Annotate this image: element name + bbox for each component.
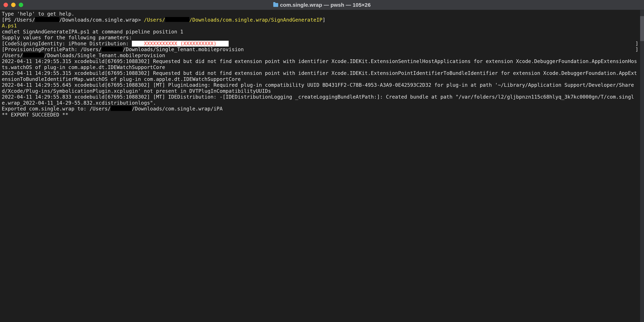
log-line: 2022-04-11 14:29:55.645 xcodebuild[67695… xyxy=(2,82,638,94)
command-text: /Downloads/com.single.wrap/SignAndGenera… xyxy=(189,17,322,23)
help-line: Type 'help' to get help. xyxy=(2,11,638,17)
command-text: /Users/ xyxy=(144,17,165,23)
bracket-open: [ xyxy=(2,41,5,46)
terminal-body: Type 'help' to get help.[PS /Users//Down… xyxy=(0,10,644,322)
ppp-tail: /Downloads/Single_Tenant.mobileprovision xyxy=(123,46,244,52)
bracket-open: [ xyxy=(2,17,5,23)
log-line: 2022-04-11 14:29:55.833 xcodebuild[67695… xyxy=(2,94,638,106)
codesigning-line: [CodeSigningIdentity: iPhone Distributio… xyxy=(2,41,638,47)
scrollbar-track-bottom[interactable] xyxy=(640,41,644,322)
terminal-output[interactable]: Type 'help' to get help.[PS /Users//Down… xyxy=(0,10,640,322)
redacted-username xyxy=(102,46,123,52)
echo-line: /Users//Downloads/Single_Tenant.mobilepr… xyxy=(2,52,638,58)
export-line: Exported com.single.wrap to: /Users//Dow… xyxy=(2,106,638,112)
terminal-window: com.single.wrap — pwsh — 105×26 Type 'he… xyxy=(0,0,644,322)
scrollbar-track-top[interactable] xyxy=(640,10,644,16)
redacted-username xyxy=(165,17,189,22)
redacted-signing-identity: XXXXXXXXXXX (XXXXXXXXXX) xyxy=(132,41,229,47)
title-center: com.single.wrap — pwsh — 105×26 xyxy=(0,2,644,8)
bracket-close: ] xyxy=(635,41,638,47)
export-tail: /Downloads/com.single.wrap/iPA xyxy=(132,106,223,112)
csi-label: CodeSigningIdentity: iPhone Distribution… xyxy=(5,41,132,46)
bracket-close: ] xyxy=(322,17,326,23)
prompt-path: /Downloads/com.single.wrap> xyxy=(59,17,144,23)
redacted-username xyxy=(23,52,44,58)
bracket-close: ] xyxy=(635,46,638,52)
output-line: cmdlet SignAndGenerateIPA.ps1 at command… xyxy=(2,29,638,35)
prompt-ps: PS /Users/ xyxy=(5,17,35,23)
folder-icon xyxy=(273,3,278,7)
prompt-line: [PS /Users//Downloads/com.single.wrap> /… xyxy=(2,17,638,23)
provisioning-line: [ProvisioningProfilePath: /Users//Downlo… xyxy=(2,46,638,52)
redacted-username xyxy=(110,106,132,111)
redacted-username xyxy=(35,17,59,22)
log-line: 2022-04-11 14:29:55.315 xcodebuild[67695… xyxy=(2,70,638,82)
window-title: com.single.wrap — pwsh — 105×26 xyxy=(280,2,370,8)
window-controls xyxy=(4,3,23,7)
export-head: Exported com.single.wrap to: /Users/ xyxy=(2,106,110,112)
scrollbar-thumb[interactable] xyxy=(640,16,644,41)
bracket-open: [ xyxy=(2,46,5,52)
ppp-label: ProvisioningProfilePath: /Users/ xyxy=(5,46,102,52)
titlebar[interactable]: com.single.wrap — pwsh — 105×26 xyxy=(0,0,644,10)
command-text-wrap: A.ps1 xyxy=(2,23,638,29)
echo-head: /Users/ xyxy=(2,52,23,58)
echo-tail: /Downloads/Single_Tenant.mobileprovision xyxy=(44,52,165,58)
output-line: Supply values for the following paramete… xyxy=(2,35,638,41)
close-icon[interactable] xyxy=(4,3,8,7)
csi-left: [CodeSigningIdentity: iPhone Distributio… xyxy=(2,41,229,47)
maximize-icon[interactable] xyxy=(19,3,23,7)
log-line: 2022-04-11 14:29:55.315 xcodebuild[67695… xyxy=(2,58,638,70)
scrollbar[interactable] xyxy=(640,10,644,322)
export-succeeded: ** EXPORT SUCCEEDED ** xyxy=(2,112,638,118)
ppp-left: [ProvisioningProfilePath: /Users//Downlo… xyxy=(2,46,244,52)
minimize-icon[interactable] xyxy=(11,3,16,7)
